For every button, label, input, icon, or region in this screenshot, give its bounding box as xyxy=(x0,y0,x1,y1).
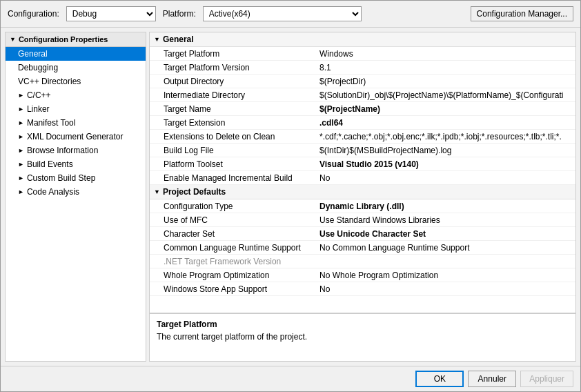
prop-value: $(SolutionDir)_obj\$(ProjectName)\$(Plat… xyxy=(315,89,575,101)
sidebar-item-vc-directories[interactable]: VC++ Directories xyxy=(6,75,146,88)
vc-dirs-label: VC++ Directories xyxy=(18,77,81,86)
right-panel: ▼ General Target PlatformWindowsTarget P… xyxy=(149,32,576,362)
properties-area: ▼ General Target PlatformWindowsTarget P… xyxy=(150,32,575,313)
prop-value: $(ProjectName) xyxy=(315,103,575,115)
prop-value: Windows xyxy=(315,48,575,60)
table-row[interactable]: Configuration TypeDynamic Library (.dll) xyxy=(150,199,575,213)
table-row[interactable]: Target PlatformWindows xyxy=(150,47,575,61)
prop-name: Configuration Type xyxy=(150,200,315,213)
sidebar-item-general[interactable]: General xyxy=(6,47,146,61)
project-defaults-title: Project Defaults xyxy=(163,187,226,197)
linker-triangle-icon: ► xyxy=(18,106,24,112)
table-row[interactable]: Character SetUse Unicode Character Set xyxy=(150,227,575,241)
top-bar: Configuration: Debug Platform: Active(x6… xyxy=(1,1,580,28)
prop-value: $(ProjectDir) xyxy=(315,75,575,88)
prop-name: Target Extension xyxy=(150,117,315,129)
browse-info-label: Browse Information xyxy=(27,146,98,155)
platform-label: Platform: xyxy=(163,9,196,19)
sidebar-item-manifest-tool[interactable]: ► Manifest Tool xyxy=(6,116,146,130)
table-row[interactable]: Whole Program OptimizationNo Whole Progr… xyxy=(150,268,575,282)
table-row[interactable]: Windows Store App SupportNo xyxy=(150,282,575,296)
project-defaults-rows: Configuration TypeDynamic Library (.dll)… xyxy=(150,199,575,296)
info-panel-title: Target Platform xyxy=(157,320,569,329)
triangle-icon: ▼ xyxy=(10,36,16,43)
prop-value: *.cdf;*.cache;*.obj;*.obj.enc;*.ilk;*.ip… xyxy=(315,130,575,143)
table-row[interactable]: Extensions to Delete on Clean*.cdf;*.cac… xyxy=(150,130,575,144)
prop-value: Dynamic Library (.dll) xyxy=(315,200,575,213)
table-row[interactable]: Target Platform Version8.1 xyxy=(150,61,575,75)
xml-doc-label: XML Document Generator xyxy=(27,132,124,141)
sidebar-item-xml-doc[interactable]: ► XML Document Generator xyxy=(6,130,146,144)
prop-name: Platform Toolset xyxy=(150,158,315,170)
prop-name: Use of MFC xyxy=(150,214,315,226)
prop-name: Target Platform xyxy=(150,48,315,60)
sidebar-item-debugging[interactable]: Debugging xyxy=(6,61,146,75)
left-panel-title: ▼ Configuration Properties xyxy=(6,32,146,47)
left-panel: ▼ Configuration Properties General Debug… xyxy=(5,32,146,362)
custom-build-label: Custom Build Step xyxy=(27,173,95,183)
table-row[interactable]: Intermediate Directory$(SolutionDir)_obj… xyxy=(150,88,575,102)
prop-name: Common Language Runtime Support xyxy=(150,242,315,254)
table-row[interactable]: .NET Target Framework Version xyxy=(150,255,575,268)
prop-value: 8.1 xyxy=(315,61,575,74)
config-manager-button[interactable]: Configuration Manager... xyxy=(471,6,573,21)
prop-name: Character Set xyxy=(150,228,315,240)
prop-name: Target Platform Version xyxy=(150,61,315,74)
linker-label: Linker xyxy=(27,104,50,114)
property-pages-dialog: Configuration: Debug Platform: Active(x6… xyxy=(0,0,581,392)
sidebar-item-code-analysis[interactable]: ► Code Analysis xyxy=(6,185,146,199)
sidebar-item-browse-info[interactable]: ► Browse Information xyxy=(6,144,146,157)
table-row[interactable]: Use of MFCUse Standard Windows Libraries xyxy=(150,213,575,227)
prop-value xyxy=(315,260,575,263)
table-row[interactable]: Target Name$(ProjectName) xyxy=(150,102,575,116)
general-section-header: ▼ General xyxy=(150,32,575,47)
prop-name: Output Directory xyxy=(150,75,315,88)
general-label: General xyxy=(18,49,48,59)
table-row[interactable]: Output Directory$(ProjectDir) xyxy=(150,75,575,88)
project-defaults-section-header: ▼ Project Defaults xyxy=(150,185,575,199)
cancel-button[interactable]: Annuler xyxy=(468,371,516,387)
general-rows: Target PlatformWindowsTarget Platform Ve… xyxy=(150,47,575,185)
sidebar-item-cpp[interactable]: ► C/C++ xyxy=(6,88,146,102)
prop-name: Enable Managed Incremental Build xyxy=(150,172,315,184)
ok-button[interactable]: OK xyxy=(415,371,464,387)
prop-name: Target Name xyxy=(150,103,315,115)
cpp-triangle-icon: ► xyxy=(18,92,24,99)
general-section-title: General xyxy=(163,35,194,44)
table-row[interactable]: Platform ToolsetVisual Studio 2015 (v140… xyxy=(150,157,575,171)
prop-name: Whole Program Optimization xyxy=(150,269,315,282)
prop-value: $(IntDir)$(MSBuildProjectName).log xyxy=(315,144,575,157)
sidebar-item-build-events[interactable]: ► Build Events xyxy=(6,157,146,171)
xml-triangle-icon: ► xyxy=(18,133,24,140)
prop-value: Use Standard Windows Libraries xyxy=(315,214,575,226)
table-row[interactable]: Common Language Runtime SupportNo Common… xyxy=(150,241,575,255)
build-events-label: Build Events xyxy=(27,159,73,169)
info-panel-description: The current target platform of the proje… xyxy=(157,332,569,342)
sidebar-item-linker[interactable]: ► Linker xyxy=(6,102,146,116)
prop-name: Windows Store App Support xyxy=(150,283,315,295)
general-section-triangle: ▼ xyxy=(154,36,160,43)
prop-name: .NET Target Framework Version xyxy=(150,255,315,268)
custom-build-triangle-icon: ► xyxy=(18,175,24,182)
info-panel: Target Platform The current target platf… xyxy=(150,313,575,361)
prop-value: No Common Language Runtime Support xyxy=(315,242,575,254)
prop-value: No xyxy=(315,172,575,184)
table-row[interactable]: Enable Managed Incremental BuildNo xyxy=(150,171,575,185)
main-content: ▼ Configuration Properties General Debug… xyxy=(1,28,580,366)
configuration-select[interactable]: Debug xyxy=(66,6,156,21)
prop-name: Build Log File xyxy=(150,144,315,157)
build-events-triangle-icon: ► xyxy=(18,161,24,168)
bottom-bar: OK Annuler Appliquer xyxy=(1,366,580,391)
platform-select[interactable]: Active(x64) xyxy=(203,6,362,21)
code-analysis-label: Code Analysis xyxy=(27,187,79,197)
table-row[interactable]: Build Log File$(IntDir)$(MSBuildProjectN… xyxy=(150,144,575,157)
sidebar-item-custom-build[interactable]: ► Custom Build Step xyxy=(6,171,146,185)
debugging-label: Debugging xyxy=(18,63,58,72)
manifest-label: Manifest Tool xyxy=(27,118,75,128)
prop-name: Extensions to Delete on Clean xyxy=(150,130,315,143)
apply-button[interactable]: Appliquer xyxy=(520,371,573,387)
table-row[interactable]: Target Extension.cdl64 xyxy=(150,116,575,130)
browse-triangle-icon: ► xyxy=(18,147,24,154)
prop-value: .cdl64 xyxy=(315,117,575,129)
cpp-label: C/C++ xyxy=(27,90,51,100)
